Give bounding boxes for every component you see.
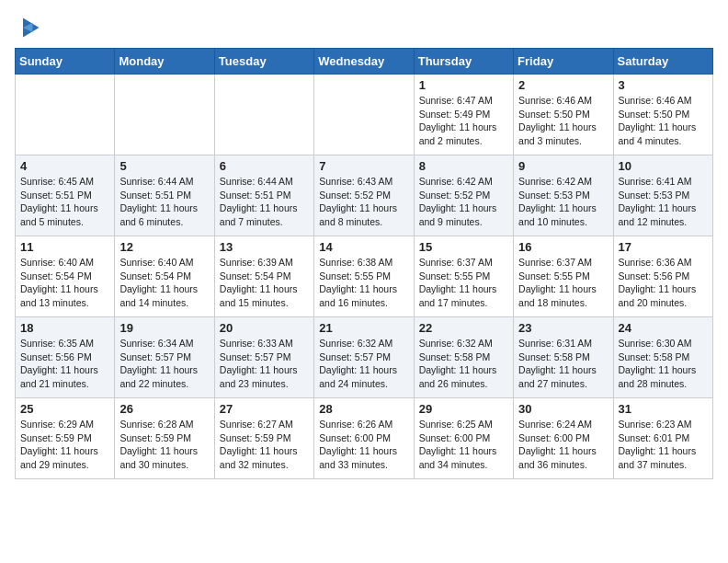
day-info: Sunrise: 6:42 AMSunset: 5:53 PMDaylight:…: [518, 175, 608, 229]
calendar-cell: 23Sunrise: 6:31 AMSunset: 5:58 PMDayligh…: [514, 317, 613, 398]
day-number: 19: [119, 321, 209, 335]
day-number: 5: [119, 159, 209, 173]
day-info: Sunrise: 6:44 AMSunset: 5:51 PMDaylight:…: [220, 175, 309, 229]
calendar-cell: 20Sunrise: 6:33 AMSunset: 5:57 PMDayligh…: [214, 317, 313, 398]
day-info: Sunrise: 6:35 AMSunset: 5:56 PMDaylight:…: [20, 337, 109, 391]
day-number: 21: [319, 321, 408, 335]
calendar-cell: 31Sunrise: 6:23 AMSunset: 6:01 PMDayligh…: [613, 398, 712, 479]
day-number: 10: [619, 159, 708, 173]
day-info: Sunrise: 6:32 AMSunset: 5:58 PMDaylight:…: [419, 337, 508, 391]
day-header-tuesday: Tuesday: [214, 49, 313, 75]
day-number: 18: [20, 321, 109, 335]
logo-icon: [17, 15, 42, 40]
day-info: Sunrise: 6:31 AMSunset: 5:58 PMDaylight:…: [518, 337, 608, 391]
day-info: Sunrise: 6:37 AMSunset: 5:55 PMDaylight:…: [518, 256, 608, 310]
day-info: Sunrise: 6:23 AMSunset: 6:01 PMDaylight:…: [619, 418, 708, 472]
day-info: Sunrise: 6:44 AMSunset: 5:51 PMDaylight:…: [119, 175, 209, 229]
day-info: Sunrise: 6:41 AMSunset: 5:53 PMDaylight:…: [619, 175, 708, 229]
day-info: Sunrise: 6:28 AMSunset: 5:59 PMDaylight:…: [119, 418, 209, 472]
day-number: 22: [419, 321, 508, 335]
calendar-cell: 3Sunrise: 6:46 AMSunset: 5:50 PMDaylight…: [613, 75, 712, 155]
day-info: Sunrise: 6:37 AMSunset: 5:55 PMDaylight:…: [419, 256, 508, 310]
day-number: 28: [319, 402, 408, 416]
day-number: 12: [119, 240, 209, 254]
day-header-friday: Friday: [514, 49, 613, 75]
day-number: 2: [518, 78, 608, 92]
calendar-cell: 19Sunrise: 6:34 AMSunset: 5:57 PMDayligh…: [115, 317, 214, 398]
day-number: 8: [419, 159, 508, 173]
calendar-cell: 12Sunrise: 6:40 AMSunset: 5:54 PMDayligh…: [115, 236, 214, 317]
calendar-cell: [16, 75, 115, 155]
day-number: 17: [619, 240, 708, 254]
calendar-cell: 24Sunrise: 6:30 AMSunset: 5:58 PMDayligh…: [613, 317, 712, 398]
day-number: 31: [619, 402, 708, 416]
calendar-cell: 21Sunrise: 6:32 AMSunset: 5:57 PMDayligh…: [314, 317, 414, 398]
day-number: 6: [220, 159, 309, 173]
day-number: 13: [220, 240, 309, 254]
day-info: Sunrise: 6:34 AMSunset: 5:57 PMDaylight:…: [119, 337, 209, 391]
header-row: SundayMondayTuesdayWednesdayThursdayFrid…: [16, 49, 713, 75]
calendar-cell: 13Sunrise: 6:39 AMSunset: 5:54 PMDayligh…: [214, 236, 313, 317]
day-info: Sunrise: 6:40 AMSunset: 5:54 PMDaylight:…: [119, 256, 209, 310]
calendar-cell: [214, 75, 313, 155]
calendar-cell: 27Sunrise: 6:27 AMSunset: 5:59 PMDayligh…: [214, 398, 313, 479]
day-info: Sunrise: 6:32 AMSunset: 5:57 PMDaylight:…: [319, 337, 408, 391]
day-number: 30: [518, 402, 608, 416]
day-number: 25: [20, 402, 109, 416]
calendar-cell: 18Sunrise: 6:35 AMSunset: 5:56 PMDayligh…: [16, 317, 115, 398]
calendar-cell: 10Sunrise: 6:41 AMSunset: 5:53 PMDayligh…: [613, 155, 712, 236]
calendar-cell: 11Sunrise: 6:40 AMSunset: 5:54 PMDayligh…: [16, 236, 115, 317]
calendar-cell: [314, 75, 414, 155]
day-info: Sunrise: 6:47 AMSunset: 5:49 PMDaylight:…: [419, 94, 508, 148]
day-info: Sunrise: 6:27 AMSunset: 5:59 PMDaylight:…: [220, 418, 309, 472]
calendar-table: SundayMondayTuesdayWednesdayThursdayFrid…: [15, 48, 713, 479]
calendar-cell: 4Sunrise: 6:45 AMSunset: 5:51 PMDaylight…: [16, 155, 115, 236]
week-row-2: 4Sunrise: 6:45 AMSunset: 5:51 PMDaylight…: [16, 155, 713, 236]
day-number: 15: [419, 240, 508, 254]
day-header-wednesday: Wednesday: [314, 49, 414, 75]
page-header: [15, 15, 713, 40]
day-number: 20: [220, 321, 309, 335]
day-info: Sunrise: 6:33 AMSunset: 5:57 PMDaylight:…: [220, 337, 309, 391]
calendar-cell: 14Sunrise: 6:38 AMSunset: 5:55 PMDayligh…: [314, 236, 414, 317]
day-info: Sunrise: 6:40 AMSunset: 5:54 PMDaylight:…: [20, 256, 109, 310]
day-number: 24: [619, 321, 708, 335]
day-info: Sunrise: 6:38 AMSunset: 5:55 PMDaylight:…: [319, 256, 408, 310]
day-info: Sunrise: 6:26 AMSunset: 6:00 PMDaylight:…: [319, 418, 408, 472]
logo: [15, 15, 42, 40]
day-number: 1: [419, 78, 508, 92]
day-info: Sunrise: 6:46 AMSunset: 5:50 PMDaylight:…: [518, 94, 608, 148]
calendar-cell: 5Sunrise: 6:44 AMSunset: 5:51 PMDaylight…: [115, 155, 214, 236]
day-info: Sunrise: 6:42 AMSunset: 5:52 PMDaylight:…: [419, 175, 508, 229]
day-number: 26: [119, 402, 209, 416]
calendar-cell: 15Sunrise: 6:37 AMSunset: 5:55 PMDayligh…: [414, 236, 513, 317]
day-info: Sunrise: 6:24 AMSunset: 6:00 PMDaylight:…: [518, 418, 608, 472]
calendar-cell: 29Sunrise: 6:25 AMSunset: 6:00 PMDayligh…: [414, 398, 513, 479]
day-number: 27: [220, 402, 309, 416]
calendar-cell: 7Sunrise: 6:43 AMSunset: 5:52 PMDaylight…: [314, 155, 414, 236]
day-number: 9: [518, 159, 608, 173]
day-info: Sunrise: 6:46 AMSunset: 5:50 PMDaylight:…: [619, 94, 708, 148]
calendar-cell: 30Sunrise: 6:24 AMSunset: 6:00 PMDayligh…: [514, 398, 613, 479]
day-number: 3: [619, 78, 708, 92]
day-info: Sunrise: 6:25 AMSunset: 6:00 PMDaylight:…: [419, 418, 508, 472]
calendar-cell: 1Sunrise: 6:47 AMSunset: 5:49 PMDaylight…: [414, 75, 513, 155]
day-info: Sunrise: 6:36 AMSunset: 5:56 PMDaylight:…: [619, 256, 708, 310]
calendar-cell: 9Sunrise: 6:42 AMSunset: 5:53 PMDaylight…: [514, 155, 613, 236]
day-info: Sunrise: 6:39 AMSunset: 5:54 PMDaylight:…: [220, 256, 309, 310]
calendar-cell: [115, 75, 214, 155]
week-row-4: 18Sunrise: 6:35 AMSunset: 5:56 PMDayligh…: [16, 317, 713, 398]
day-info: Sunrise: 6:43 AMSunset: 5:52 PMDaylight:…: [319, 175, 408, 229]
calendar-cell: 25Sunrise: 6:29 AMSunset: 5:59 PMDayligh…: [16, 398, 115, 479]
calendar-cell: 8Sunrise: 6:42 AMSunset: 5:52 PMDaylight…: [414, 155, 513, 236]
day-number: 16: [518, 240, 608, 254]
calendar-cell: 26Sunrise: 6:28 AMSunset: 5:59 PMDayligh…: [115, 398, 214, 479]
day-number: 14: [319, 240, 408, 254]
week-row-1: 1Sunrise: 6:47 AMSunset: 5:49 PMDaylight…: [16, 75, 713, 155]
day-info: Sunrise: 6:45 AMSunset: 5:51 PMDaylight:…: [20, 175, 109, 229]
calendar-cell: 17Sunrise: 6:36 AMSunset: 5:56 PMDayligh…: [613, 236, 712, 317]
day-header-thursday: Thursday: [414, 49, 513, 75]
day-header-monday: Monday: [115, 49, 214, 75]
day-number: 29: [419, 402, 508, 416]
day-number: 4: [20, 159, 109, 173]
